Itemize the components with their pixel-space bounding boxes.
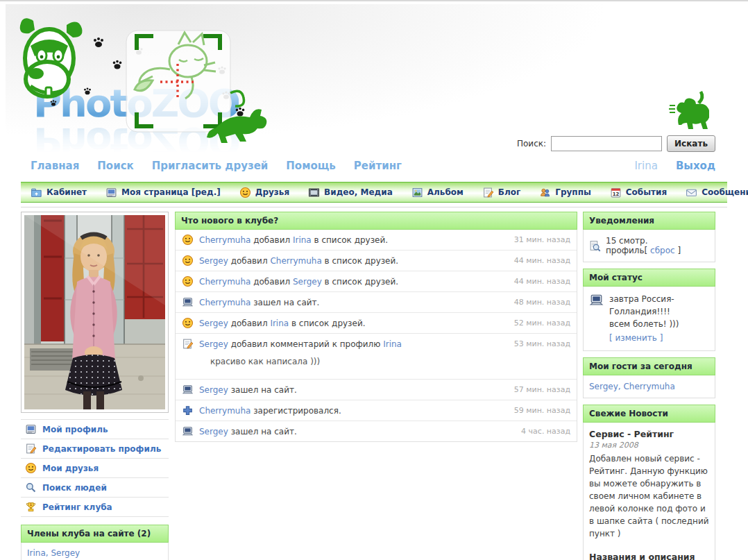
- search-label: Поиск:: [517, 139, 546, 149]
- members-online-header: Члены клуба на сайте (2): [21, 525, 169, 543]
- feed-text: Sergey зашел на сайт.: [199, 427, 297, 436]
- feed-row: Cherrymuha добавил Irina в список друзей…: [176, 230, 577, 251]
- feed-text: Sergey добавил Irina в список друзей.: [199, 319, 366, 328]
- events-icon: 12: [610, 187, 622, 198]
- sidebar-menu-item[interactable]: Мои друзья: [21, 458, 169, 477]
- cabinet-icon: [31, 187, 42, 198]
- feed-user-link[interactable]: Sergey: [199, 256, 228, 266]
- feed-user-link[interactable]: Sergey: [293, 277, 322, 287]
- feed-user-link[interactable]: Irina: [383, 339, 402, 349]
- edit-icon: [25, 443, 37, 455]
- feed-text: Cherrymuha зашел на сайт.: [199, 298, 319, 307]
- friends-icon: [239, 187, 251, 198]
- toolbar-item[interactable]: Группы: [539, 187, 591, 198]
- sidebar-menu-item[interactable]: 1Рейтинг клуба: [21, 497, 169, 516]
- news-item: Названия и описания фото10 мая 2008Дорог…: [589, 552, 709, 560]
- members-online-links[interactable]: Irina, Sergey: [27, 548, 80, 558]
- feed-row: Sergey зашел на сайт.57 мин. назад: [176, 380, 577, 400]
- toolbar-item-label: Видео, Медиа: [324, 187, 393, 197]
- feed-row: Cherrymuha зарегистрировался.59 мин. наз…: [176, 400, 577, 421]
- news-header: Свежие Новости: [583, 405, 715, 423]
- reset-link[interactable]: сброс: [650, 246, 675, 255]
- sidebar-menu-item[interactable]: Поиск людей: [21, 477, 169, 497]
- toolbar-item[interactable]: Альбом: [411, 187, 464, 198]
- profile-photo-image: [24, 215, 165, 409]
- notifications-header: Уведомления: [583, 212, 715, 230]
- news-feed: Что нового в клубе? Cherrymuha добавил I…: [175, 212, 577, 442]
- feed-text: Cherrymuha зарегистрировался.: [199, 406, 341, 416]
- search-button[interactable]: Искать: [667, 135, 715, 152]
- blog-icon: [482, 187, 494, 198]
- svg-text:12: 12: [613, 191, 620, 196]
- nav-link-2[interactable]: Поиск: [97, 160, 133, 172]
- toolbar-item[interactable]: Моя страница [ред.]: [105, 187, 221, 198]
- toolbar-item[interactable]: Блог: [482, 187, 520, 198]
- guests-links[interactable]: Sergey, Cherrymuha: [589, 382, 675, 391]
- toolbar-item-label: События: [626, 187, 667, 197]
- comment-icon: [182, 338, 194, 350]
- search-people-icon: [25, 482, 37, 493]
- feed-user-link[interactable]: Irina: [293, 235, 312, 245]
- sidebar-menu-label: Редактировать профиль: [42, 444, 161, 454]
- monitor-icon: [182, 296, 194, 308]
- feed-user-link[interactable]: Cherrymuha: [199, 235, 250, 245]
- feed-user-link[interactable]: Cherrymuha: [199, 406, 250, 416]
- corner-cat-icon: [668, 90, 709, 129]
- toolbar-item[interactable]: Друзья: [239, 187, 289, 198]
- current-user-link[interactable]: Irina: [634, 160, 657, 172]
- feed-text: Sergey добавил комментарий к профилю Iri…: [199, 339, 402, 349]
- feed-user-link[interactable]: Sergey: [199, 427, 228, 436]
- toolbar-item[interactable]: Кабинет: [31, 187, 87, 198]
- logout-link[interactable]: Выход: [676, 160, 715, 172]
- nav-link-5[interactable]: Рейтинг: [354, 160, 402, 172]
- site-logo[interactable]: PhotoZOO PhotoZOO: [10, 10, 287, 149]
- feed-user-link[interactable]: Irina: [270, 319, 289, 328]
- feed-text: Cherrymuha добавил Irina в список друзей…: [199, 235, 388, 245]
- feed-text: Sergey добавил Cherrymuha в список друзе…: [199, 256, 398, 266]
- feed-user-link[interactable]: Sergey: [199, 385, 228, 395]
- sidebar-menu-item[interactable]: Мой профиль: [21, 419, 169, 439]
- search-input[interactable]: [551, 136, 662, 151]
- my-page-icon: [105, 187, 117, 198]
- feed-user-link[interactable]: Cherrymuha: [270, 256, 321, 266]
- toolbar: КабинетМоя страница [ред.]ДрузьяВидео, М…: [21, 182, 727, 203]
- profile-menu: Мой профильРедактировать профильМои друз…: [21, 419, 169, 517]
- feed-user-link[interactable]: Sergey: [199, 339, 228, 349]
- toolbar-item[interactable]: Видео, Медиа: [308, 187, 393, 198]
- feed-timestamp: 48 мин. назад: [507, 298, 570, 307]
- toolbar-item-label: Друзья: [255, 187, 289, 197]
- feed-user-link[interactable]: Cherrymuha: [199, 298, 250, 307]
- feed-row: Sergey добавил комментарий к профилю Iri…: [176, 334, 577, 380]
- toolbar-item[interactable]: Сообщения: [686, 187, 748, 198]
- status-text: завтра Россия-Голландия!!!! всем болеть!…: [609, 293, 709, 344]
- toolbar-item[interactable]: 12События: [610, 187, 667, 198]
- monitor-icon: [182, 384, 194, 396]
- toolbar-item-label: Группы: [555, 187, 591, 197]
- feed-user-link[interactable]: Cherrymuha: [199, 277, 250, 287]
- toolbar-item-label: Кабинет: [46, 187, 87, 197]
- left-sidebar: Мой профильРедактировать профильМои друз…: [21, 212, 169, 560]
- members-online-list: Irina, Sergey: [21, 543, 169, 560]
- feed-row: Cherrymuha добавил Sergey в список друзе…: [176, 271, 577, 292]
- sidebar-menu-label: Рейтинг клуба: [42, 502, 112, 512]
- feed-list: Cherrymuha добавил Irina в список друзей…: [175, 230, 577, 442]
- feed-timestamp: 52 мин. назад: [507, 319, 570, 328]
- notification-text: 15 смотр. профиль[ сброс ]: [606, 236, 709, 255]
- feed-timestamp: 53 мин. назад: [507, 339, 570, 348]
- friends-icon: [25, 462, 37, 474]
- edit-status-link[interactable]: [ изменить ]: [609, 332, 663, 344]
- views-icon: [589, 240, 601, 252]
- nav-link-4[interactable]: Помощь: [286, 160, 336, 172]
- feed-row: Sergey добавил Cherrymuha в список друзе…: [176, 251, 577, 271]
- logo-artwork-icon: [10, 10, 287, 149]
- feed-timestamp: 31 мин. назад: [507, 235, 570, 244]
- sidebar-menu-item[interactable]: Редактировать профиль: [21, 439, 169, 458]
- nav-link-3[interactable]: Пригласить друзей: [152, 160, 269, 172]
- feed-comment: красиво как написала ))): [176, 354, 577, 379]
- monitor-icon: [589, 293, 604, 307]
- feed-text: Sergey зашел на сайт.: [199, 385, 297, 395]
- profile-photo[interactable]: [21, 212, 169, 413]
- register-icon: [182, 405, 194, 416]
- nav-link-1[interactable]: Главная: [31, 160, 79, 172]
- feed-user-link[interactable]: Sergey: [199, 319, 228, 328]
